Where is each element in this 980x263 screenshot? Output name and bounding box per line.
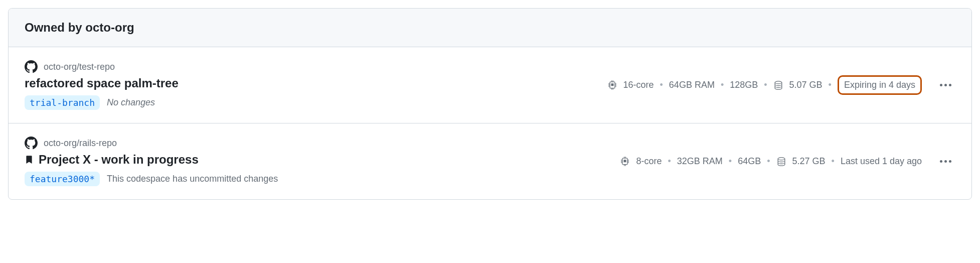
dot-separator: • (767, 156, 770, 167)
spec-cores: 8-core (636, 156, 662, 167)
dot-separator: • (721, 80, 724, 90)
spec-ram: 32GB RAM (677, 156, 723, 167)
cpu-icon (620, 157, 630, 167)
changes-text: No changes (107, 97, 155, 108)
codespace-meta: 8-core • 32GB RAM • 64GB • 5.27 GB • Las… (620, 156, 922, 167)
codespace-row: octo-org/test-repo refactored space palm… (9, 47, 971, 123)
codespace-main: octo-org/rails-repo Project X - work in … (25, 137, 612, 186)
database-icon (776, 157, 786, 167)
dot-separator: • (764, 80, 767, 90)
cpu-icon (607, 80, 617, 90)
spec-disk: 128GB (730, 80, 758, 90)
bookmark-icon (25, 155, 34, 164)
codespace-name-line: Project X - work in progress (25, 153, 612, 167)
dot-separator: • (729, 156, 732, 167)
spec-disk: 64GB (738, 156, 761, 167)
repo-name[interactable]: octo-org/test-repo (44, 62, 115, 72)
storage-size: 5.07 GB (789, 80, 823, 90)
changes-text: This codespace has uncommitted changes (107, 174, 278, 184)
codespace-meta: 16-core • 64GB RAM • 128GB • 5.07 GB • E… (607, 75, 922, 95)
spec-ram: 64GB RAM (669, 80, 715, 90)
dot-separator: • (668, 156, 671, 167)
database-icon (773, 80, 783, 90)
github-logo-icon (25, 137, 38, 150)
github-logo-icon (25, 60, 38, 73)
branch-line: feature3000* This codespace has uncommit… (25, 172, 612, 186)
status-text: Expiring in 4 days (838, 75, 922, 95)
storage-size: 5.27 GB (792, 156, 826, 167)
status-text: Last used 1 day ago (841, 156, 922, 167)
branch-line: trial-branch No changes (25, 95, 599, 110)
dot-separator: • (832, 156, 835, 167)
codespace-name[interactable]: refactored space palm-tree (25, 76, 179, 90)
kebab-menu-button[interactable] (936, 155, 955, 168)
repo-line: octo-org/test-repo (25, 60, 599, 73)
codespace-main: octo-org/test-repo refactored space palm… (25, 60, 599, 110)
section-title: Owned by octo-org (25, 21, 134, 34)
dot-separator: • (660, 80, 663, 90)
codespace-row: octo-org/rails-repo Project X - work in … (9, 123, 971, 199)
branch-tag[interactable]: feature3000* (25, 172, 100, 186)
dot-separator: • (829, 80, 832, 90)
branch-tag[interactable]: trial-branch (25, 95, 100, 110)
codespace-name[interactable]: Project X - work in progress (39, 153, 199, 167)
kebab-menu-button[interactable] (936, 79, 955, 91)
repo-name[interactable]: octo-org/rails-repo (44, 138, 117, 149)
repo-line: octo-org/rails-repo (25, 137, 612, 150)
section-header: Owned by octo-org (9, 9, 971, 47)
codespaces-panel: Owned by octo-org octo-org/test-repo ref… (8, 8, 972, 200)
spec-cores: 16-core (623, 80, 654, 90)
codespace-name-line: refactored space palm-tree (25, 76, 599, 90)
